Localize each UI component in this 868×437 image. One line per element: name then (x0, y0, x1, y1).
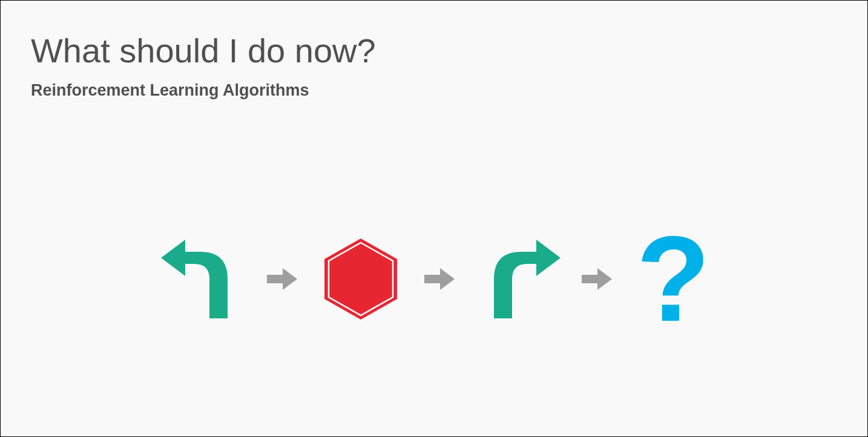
arrow-right-icon (564, 267, 630, 291)
question-mark-icon: ? (630, 218, 710, 340)
action-sequence: ? (1, 218, 867, 340)
turn-right-icon (473, 234, 564, 324)
arrow-right-icon (406, 267, 473, 291)
turn-left-icon (158, 234, 249, 324)
slide: What should I do now? Reinforcement Lear… (0, 0, 868, 437)
slide-title: What should I do now? (31, 31, 837, 70)
svg-marker-0 (324, 238, 397, 320)
stop-sign-icon (315, 234, 406, 324)
slide-subtitle: Reinforcement Learning Algorithms (31, 81, 837, 100)
arrow-right-icon (249, 267, 315, 291)
